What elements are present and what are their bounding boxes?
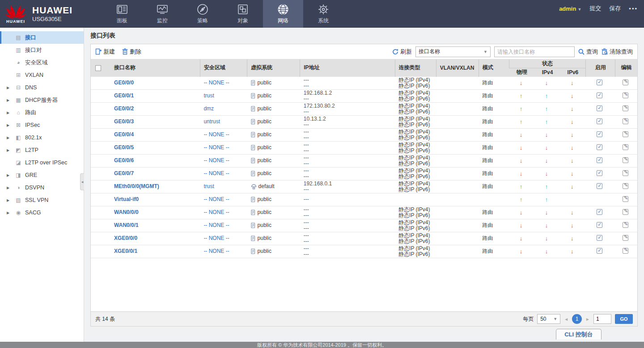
security-zone-link[interactable]: -- NONE -- [203,131,229,138]
sidebar-item[interactable]: ▶ ◧ 802.1x [0,131,84,144]
expand-caret-icon[interactable]: ▶ [7,123,11,127]
enable-checkbox[interactable] [597,118,602,124]
sidebar-item[interactable]: ▶ ◉ SACG [0,206,84,219]
interface-name-link[interactable]: GE0/0/4 [114,131,134,138]
more-menu-button[interactable]: ••• [629,5,638,12]
security-zone-link[interactable]: -- NONE -- [203,196,229,202]
nav-tab-policy[interactable]: 策略 [182,0,223,28]
interface-name-link[interactable]: Virtual-if0 [114,196,139,202]
user-menu[interactable]: admin▼ [559,5,581,12]
delete-button[interactable]: 删除 [122,48,141,56]
expand-caret-icon[interactable]: ▶ [7,136,11,140]
expand-caret-icon[interactable]: ▶ [7,148,11,152]
sidebar-item[interactable]: ▥ 接口对 [0,44,84,56]
enable-checkbox[interactable] [597,105,602,111]
nav-tab-objects[interactable]: 对象 [223,0,263,28]
new-button[interactable]: 新建 [95,48,115,56]
edit-icon[interactable] [623,222,628,228]
edit-icon[interactable] [623,80,628,85]
interface-name-link[interactable]: MEth0/0/0(MGMT) [114,183,159,189]
edit-icon[interactable] [623,248,628,254]
security-zone-link[interactable]: -- NONE -- [203,157,229,164]
go-button[interactable]: GO [615,314,633,324]
expand-caret-icon[interactable]: ▶ [7,86,11,90]
interface-name-link[interactable]: GE0/0/1 [114,92,134,99]
sidebar-item[interactable]: ▶ ◨ GRE [0,169,84,181]
security-zone-link[interactable]: -- NONE -- [203,222,229,228]
edit-icon[interactable] [623,105,628,111]
next-page-icon[interactable]: ► [585,317,590,322]
nav-tab-system[interactable]: 系统 [303,0,343,28]
enable-checkbox[interactable] [597,183,602,189]
enable-checkbox[interactable] [597,248,602,254]
goto-page-input[interactable] [593,314,611,324]
interface-name-link[interactable]: GE0/0/3 [114,118,134,125]
current-page-button[interactable]: 1 [572,314,582,324]
interface-name-link[interactable]: XGE0/0/1 [114,248,137,254]
security-zone-link[interactable]: trust [203,183,214,189]
sidebar-item[interactable]: ▶ ⊟ DNS [0,81,84,94]
edit-icon[interactable] [623,118,628,124]
expand-caret-icon[interactable]: ▶ [7,111,11,115]
security-zone-link[interactable]: dmz [203,105,214,112]
enable-checkbox[interactable] [597,222,602,228]
sidebar-item[interactable]: ▶ ⌂ 路由 [0,106,84,119]
clear-query-button[interactable]: 清除查询 [602,48,633,56]
edit-icon[interactable] [623,131,628,137]
interface-name-link[interactable]: GE0/0/5 [114,144,134,151]
query-button[interactable]: 查询 [578,48,598,56]
edit-icon[interactable] [623,144,628,150]
prev-page-icon[interactable]: ◄ [564,317,568,322]
submit-button[interactable]: 提交 [589,4,601,13]
save-button[interactable]: 保存 [609,4,621,13]
sidebar-collapse-handle[interactable]: ◂ [80,173,84,190]
filter-field-select[interactable]: 接口名称 ▼ [415,46,491,57]
expand-caret-icon[interactable]: ▶ [7,211,11,215]
security-zone-link[interactable]: -- NONE -- [203,144,229,151]
refresh-button[interactable]: 刷新 [392,48,412,56]
cli-console-button[interactable]: CLI 控制台 [556,329,602,340]
expand-caret-icon[interactable]: ▶ [7,186,11,190]
enable-checkbox[interactable] [597,80,602,85]
security-zone-link[interactable]: -- NONE -- [203,170,229,176]
edit-icon[interactable] [623,183,628,189]
sidebar-item[interactable]: ◪ L2TP over IPSec [0,156,84,169]
enable-checkbox[interactable] [597,92,602,98]
security-zone-link[interactable]: untrust [203,118,220,125]
interface-name-link[interactable]: GE0/0/2 [114,105,134,112]
per-page-select[interactable]: 50 ▼ [537,314,560,324]
nav-tab-dashboard[interactable]: 面板 [102,0,142,28]
enable-checkbox[interactable] [597,209,602,215]
sidebar-item[interactable]: ▶ ⊠ IPSec [0,119,84,131]
interface-name-link[interactable]: GE0/0/0 [114,80,134,86]
nav-tab-network[interactable]: 网络 [263,0,303,28]
sidebar-item[interactable]: ▶ ▧ SSL VPN [0,194,84,206]
search-input[interactable] [494,46,575,57]
enable-checkbox[interactable] [597,235,602,241]
interface-name-link[interactable]: WAN0/0/1 [114,222,139,228]
enable-checkbox[interactable] [597,144,602,150]
security-zone-link[interactable]: trust [203,92,214,99]
edit-icon[interactable] [623,157,628,163]
edit-icon[interactable] [623,209,628,215]
security-zone-link[interactable]: -- NONE -- [203,235,229,241]
security-zone-link[interactable]: -- NONE -- [203,80,229,86]
security-zone-link[interactable]: -- NONE -- [203,209,229,215]
enable-checkbox[interactable] [597,157,602,163]
expand-caret-icon[interactable]: ▶ [7,198,11,202]
interface-name-link[interactable]: WAN0/0/0 [114,209,139,215]
sidebar-item[interactable]: ▶ ◩ L2TP [0,144,84,156]
select-all-checkbox[interactable] [95,65,101,71]
interface-name-link[interactable]: GE0/0/6 [114,157,134,164]
sidebar-item[interactable]: ▤ 接口 [0,31,84,44]
sidebar-item[interactable]: ▶ ▦ DHCP服务器 [0,94,84,106]
edit-icon[interactable] [623,92,628,98]
sidebar-item[interactable]: ◕ 安全区域 [0,56,84,69]
edit-icon[interactable] [623,196,628,202]
enable-checkbox[interactable] [597,131,602,137]
sidebar-item[interactable]: ⊞ VXLAN [0,69,84,81]
security-zone-link[interactable]: -- NONE -- [203,248,229,254]
edit-icon[interactable] [623,235,628,241]
interface-name-link[interactable]: GE0/0/7 [114,170,134,176]
edit-icon[interactable] [623,170,628,176]
